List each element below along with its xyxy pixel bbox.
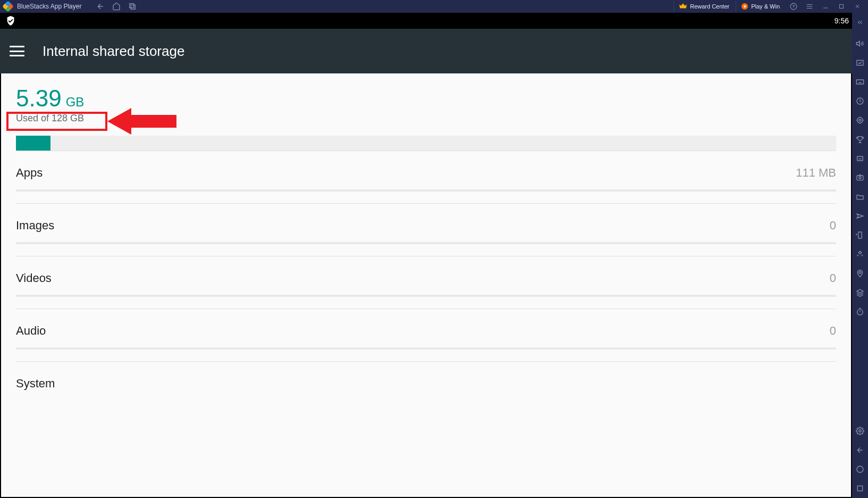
- category-bar: [16, 295, 836, 297]
- android-status-bar: 9:56: [0, 13, 868, 29]
- category-size: 111 MB: [796, 166, 836, 180]
- svg-marker-4: [107, 108, 176, 135]
- sync-icon[interactable]: [852, 92, 868, 111]
- keyboard-icon[interactable]: [852, 72, 868, 92]
- apk-icon[interactable]: [852, 149, 868, 168]
- category-name: System: [16, 377, 55, 391]
- svg-rect-5: [857, 60, 863, 65]
- fullscreen-toggle-icon[interactable]: [852, 53, 868, 72]
- shake-icon[interactable]: [852, 245, 868, 264]
- svg-rect-1: [131, 5, 136, 9]
- category-name: Audio: [16, 324, 46, 338]
- menu-button[interactable]: [802, 1, 817, 12]
- category-bar: [16, 347, 836, 350]
- storage-progress-fill: [16, 136, 50, 151]
- home-icon[interactable]: [852, 460, 868, 479]
- used-storage-value: 5.39 GB: [16, 85, 836, 112]
- category-apps[interactable]: Apps 111 MB: [16, 151, 836, 203]
- category-images[interactable]: Images 0: [16, 203, 836, 256]
- app-name: BlueStacks App Player: [17, 3, 81, 10]
- folder-icon[interactable]: [852, 187, 868, 206]
- close-button[interactable]: [850, 1, 865, 12]
- layers-icon[interactable]: [852, 283, 868, 302]
- used-unit: GB: [66, 95, 85, 110]
- category-size: 0: [830, 324, 836, 338]
- category-size: 0: [830, 271, 836, 285]
- storage-main: 5.39 GB Used of 128 GB Apps 111 MB Image…: [0, 73, 852, 498]
- storage-progress-bar: [16, 136, 836, 151]
- settings-icon[interactable]: [852, 421, 868, 441]
- category-name: Apps: [16, 166, 43, 180]
- svg-point-17: [857, 466, 863, 472]
- used-storage-label: Used of 128 GB: [16, 113, 84, 124]
- category-bar: [16, 189, 836, 192]
- reward-center-label: Reward Center: [690, 3, 729, 10]
- trophy-icon[interactable]: [852, 130, 868, 149]
- svg-rect-13: [858, 232, 862, 238]
- svg-point-16: [859, 430, 861, 432]
- recents-icon[interactable]: [852, 479, 868, 498]
- svg-rect-6: [856, 80, 863, 84]
- help-button[interactable]: [786, 1, 801, 12]
- svg-rect-0: [130, 4, 134, 8]
- window-titlebar: BlueStacks App Player Reward Center ✦ Pl…: [0, 0, 868, 13]
- volume-icon[interactable]: [852, 34, 868, 53]
- category-audio[interactable]: Audio 0: [16, 309, 836, 361]
- svg-point-2: [790, 3, 797, 10]
- location-icon[interactable]: [852, 264, 868, 283]
- category-system[interactable]: System: [16, 361, 836, 391]
- side-toolbar: [852, 13, 868, 498]
- svg-point-14: [859, 271, 861, 273]
- play-win-icon: ✦: [741, 3, 748, 10]
- airplane-icon[interactable]: [852, 206, 868, 226]
- storage-summary: 5.39 GB Used of 128 GB: [1, 73, 851, 151]
- rotate-icon[interactable]: [852, 226, 868, 245]
- maximize-button[interactable]: [834, 1, 849, 12]
- category-bar: [16, 242, 836, 244]
- category-videos[interactable]: Videos 0: [16, 256, 836, 309]
- svg-rect-18: [857, 486, 862, 491]
- crown-icon: [679, 3, 687, 10]
- category-size: 0: [830, 219, 836, 233]
- play-win-label: Play & Win: [751, 3, 780, 10]
- recents-button[interactable]: [128, 2, 137, 11]
- reward-center-button[interactable]: Reward Center: [673, 1, 735, 12]
- page-title: Internal shared storage: [43, 43, 184, 60]
- category-name: Images: [16, 219, 54, 233]
- hamburger-menu-button[interactable]: [10, 46, 24, 56]
- back-button[interactable]: [96, 2, 105, 11]
- play-win-button[interactable]: ✦ Play & Win: [736, 1, 785, 12]
- shield-icon: [6, 16, 15, 26]
- svg-rect-11: [857, 176, 863, 180]
- svg-rect-3: [840, 5, 844, 9]
- collapse-toolbar-button[interactable]: [856, 16, 864, 29]
- svg-point-9: [859, 119, 861, 121]
- screenshot-icon[interactable]: [852, 168, 868, 187]
- category-name: Videos: [16, 271, 52, 285]
- svg-point-12: [859, 177, 861, 179]
- target-icon[interactable]: [852, 111, 868, 130]
- back-icon[interactable]: [852, 441, 868, 460]
- bluestacks-logo-icon: [3, 2, 13, 11]
- timer-icon[interactable]: [852, 302, 868, 321]
- home-button[interactable]: [112, 2, 121, 11]
- used-amount: 5.39: [16, 85, 62, 112]
- minimize-button[interactable]: [818, 1, 833, 12]
- clock: 9:56: [835, 16, 849, 25]
- category-list: Apps 111 MB Images 0 Videos 0 Audio 0: [1, 151, 851, 391]
- app-header: Internal shared storage: [0, 29, 868, 73]
- svg-point-8: [857, 118, 863, 123]
